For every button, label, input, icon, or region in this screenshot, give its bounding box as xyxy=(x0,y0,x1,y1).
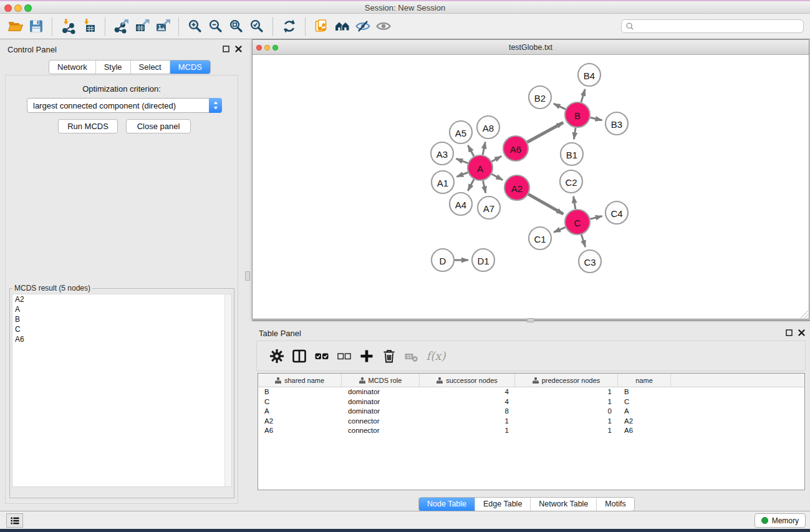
edge-B-B2[interactable] xyxy=(554,104,566,109)
tab-motifs[interactable]: Motifs xyxy=(596,498,634,511)
edge-A2-C[interactable] xyxy=(528,194,563,214)
export-table-button[interactable] xyxy=(132,16,152,37)
network-canvas[interactable]: AA1A2A3A4A5A6A7A8BB1B2B3B4CC1C2C3C4DD1 xyxy=(253,55,809,319)
node-C[interactable]: C xyxy=(565,210,590,235)
node-C1[interactable]: C1 xyxy=(529,227,551,249)
float-panel-icon[interactable] xyxy=(222,45,230,53)
show-columns-button[interactable] xyxy=(288,345,311,367)
close-panel-icon[interactable] xyxy=(234,45,243,53)
mcds-result-item[interactable]: A6 xyxy=(12,334,231,344)
zoom-out-button[interactable] xyxy=(205,16,226,37)
network-graph[interactable]: AA1A2A3A4A5A6A7A8BB1B2B3B4CC1C2C3C4DD1 xyxy=(253,55,809,319)
edge-A-A6[interactable] xyxy=(491,156,501,162)
memory-button[interactable]: Memory xyxy=(755,513,806,528)
horizontal-splitter-grip[interactable] xyxy=(527,318,534,322)
home-button[interactable] xyxy=(332,16,352,37)
edge-A-A3[interactable] xyxy=(456,158,468,163)
session-network-file-button[interactable] xyxy=(311,16,332,37)
node-A3[interactable]: A3 xyxy=(431,142,453,165)
node-A2[interactable]: A2 xyxy=(504,175,529,200)
vertical-splitter-grip[interactable] xyxy=(245,271,250,281)
tab-node-table[interactable]: Node Table xyxy=(419,498,475,511)
node-A8[interactable]: A8 xyxy=(477,116,499,138)
zoom-in-button[interactable] xyxy=(185,16,205,37)
node-A7[interactable]: A7 xyxy=(478,196,500,219)
edge-A-A5[interactable] xyxy=(468,145,474,156)
node-A1[interactable]: A1 xyxy=(432,171,454,193)
search-input[interactable] xyxy=(637,22,799,31)
import-network-button[interactable] xyxy=(58,16,79,37)
zoom-selected-button[interactable] xyxy=(246,16,267,37)
node-C2[interactable]: C2 xyxy=(560,170,582,193)
show-graphics-details-button[interactable] xyxy=(373,16,393,37)
delete-columns-button[interactable] xyxy=(378,345,400,367)
delete-table-button[interactable] xyxy=(400,345,423,367)
save-session-button[interactable] xyxy=(26,16,46,37)
table-row[interactable]: A2connector11A2 xyxy=(258,417,804,427)
edge-C-C2[interactable] xyxy=(574,196,576,210)
column-header-name[interactable]: name xyxy=(618,374,671,387)
edge-A6-B[interactable] xyxy=(527,122,563,142)
node-A4[interactable]: A4 xyxy=(450,193,472,215)
node-D[interactable]: D xyxy=(432,249,454,271)
edge-A-A2[interactable] xyxy=(491,174,503,180)
mcds-result-item[interactable]: C xyxy=(12,324,231,334)
node-B2[interactable]: B2 xyxy=(529,86,551,109)
toolbar-search[interactable] xyxy=(621,19,804,33)
refresh-view-button[interactable] xyxy=(279,16,299,37)
table-settings-button[interactable] xyxy=(266,345,288,367)
tab-style[interactable]: Style xyxy=(95,60,130,74)
node-A6[interactable]: A6 xyxy=(503,136,528,161)
optimization-criterion-select[interactable]: largest connected component (directed) xyxy=(27,98,222,113)
tab-network-table[interactable]: Network Table xyxy=(530,498,596,511)
node-B4[interactable]: B4 xyxy=(578,64,600,86)
edge-B-B4[interactable] xyxy=(581,89,585,102)
edge-C-C4[interactable] xyxy=(590,216,602,220)
tab-select[interactable]: Select xyxy=(130,60,170,74)
edge-C-C1[interactable] xyxy=(554,227,566,232)
node-C3[interactable]: C3 xyxy=(579,250,601,273)
edge-C-C3[interactable] xyxy=(581,235,585,247)
function-builder-button[interactable]: f(x) xyxy=(423,345,445,367)
node-C4[interactable]: C4 xyxy=(605,201,628,224)
edge-A-A1[interactable] xyxy=(456,173,468,177)
task-history-button[interactable] xyxy=(6,513,23,528)
table-row[interactable]: Cdominator41C xyxy=(258,397,804,407)
deselect-all-checkboxes-button[interactable] xyxy=(333,345,355,367)
node-A5[interactable]: A5 xyxy=(450,121,472,143)
column-header-successor-nodes[interactable]: successor nodes xyxy=(420,374,515,387)
mcds-result-list[interactable]: A2ABCA6 xyxy=(12,294,232,487)
close-panel-button[interactable]: Close panel xyxy=(126,119,191,133)
mcds-result-item[interactable]: B xyxy=(12,314,231,324)
node-D1[interactable]: D1 xyxy=(472,249,494,271)
open-session-button[interactable] xyxy=(5,16,26,37)
node-B3[interactable]: B3 xyxy=(605,112,628,135)
column-header-predecessor-nodes[interactable]: predecessor nodes xyxy=(515,374,618,387)
table-row[interactable]: A6connector11A6 xyxy=(258,426,804,436)
export-network-button[interactable] xyxy=(111,16,132,37)
mcds-result-item[interactable]: A2 xyxy=(12,294,231,304)
edge-A-A8[interactable] xyxy=(483,142,485,155)
node-B1[interactable]: B1 xyxy=(561,143,583,165)
float-panel-icon[interactable] xyxy=(785,329,793,337)
tab-edge-table[interactable]: Edge Table xyxy=(475,498,530,511)
edge-B-B3[interactable] xyxy=(590,118,602,120)
export-image-button[interactable] xyxy=(152,16,173,37)
column-header-MCDS-role[interactable]: MCDS role xyxy=(342,374,420,387)
column-header-shared-name[interactable]: shared name xyxy=(258,374,342,387)
table-row[interactable]: Adominator80A xyxy=(258,407,804,417)
close-panel-icon[interactable] xyxy=(798,329,806,337)
tab-network[interactable]: Network xyxy=(49,60,95,74)
edge-A-A7[interactable] xyxy=(483,181,485,193)
run-mcds-button[interactable]: Run MCDS xyxy=(58,119,118,133)
select-stepper[interactable] xyxy=(209,98,222,113)
add-column-button[interactable] xyxy=(355,345,378,367)
node-B[interactable]: B xyxy=(565,102,590,127)
mcds-result-item[interactable]: A xyxy=(12,304,231,314)
tab-mcds[interactable]: MCDS xyxy=(170,60,210,74)
select-all-checkboxes-button[interactable] xyxy=(311,345,333,367)
zoom-fit-button[interactable] xyxy=(226,16,246,37)
import-table-button[interactable] xyxy=(79,16,99,37)
table-row[interactable]: Bdominator41B xyxy=(258,387,804,397)
edge-A-A4[interactable] xyxy=(468,180,474,191)
